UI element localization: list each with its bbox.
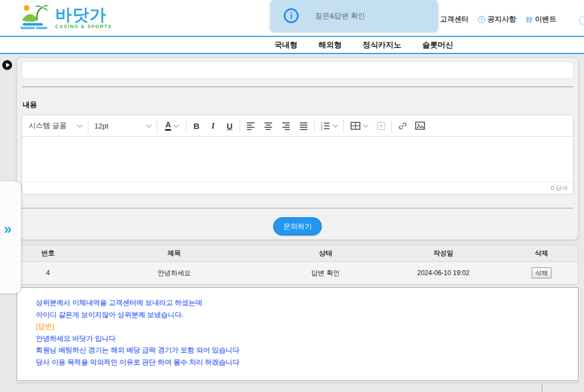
- row-title[interactable]: 안녕하세요: [79, 269, 269, 278]
- answer-line: 당사 이용 목적을 악의적인 이유로 판단 하여 몰수 처리 하겠습니다: [36, 357, 567, 369]
- message-thread-box: 상위분께서 이체내역을 고객센터에 보내라고 하셨는데 아이디 같은게 보이지않…: [17, 287, 578, 381]
- content-label: 내용: [23, 100, 37, 110]
- col-date: 작성일: [381, 249, 505, 258]
- editor-toolbar: 시스템 글꼴 12pt A B I U: [22, 115, 573, 137]
- qna-tooltip: i 질문&답변 확인: [270, 0, 438, 31]
- subnav-casino[interactable]: 정식카지노: [363, 40, 401, 50]
- font-family-select[interactable]: 시스템 글꼴: [24, 117, 86, 134]
- image-icon: [415, 121, 425, 130]
- chevron-down-icon: [173, 122, 179, 128]
- align-center-icon: [264, 121, 273, 130]
- col-title: 제목: [79, 249, 269, 258]
- nav-event[interactable]: 이벤트: [525, 14, 556, 24]
- align-justify-icon: [299, 121, 308, 130]
- row-status: 답변 확인: [269, 269, 381, 278]
- align-left-icon: [246, 121, 255, 130]
- sub-nav: 국내형 해외형 정식카지노 슬롯머신: [0, 37, 584, 54]
- delete-row-button-faint: [541, 384, 543, 392]
- title-input[interactable]: [22, 62, 574, 79]
- bold-button[interactable]: B: [188, 117, 205, 134]
- italic-button[interactable]: I: [205, 117, 221, 134]
- col-delete: 삭제: [505, 249, 578, 258]
- insert-link-button[interactable]: [394, 117, 411, 134]
- tooltip-text: 질문&답변 확인: [315, 11, 365, 21]
- insert-image-button[interactable]: [411, 117, 429, 134]
- submit-inquiry-button[interactable]: 문의하기: [273, 217, 322, 235]
- next-table-row-partial: [17, 384, 578, 392]
- info-circle-icon: i: [478, 16, 485, 23]
- svg-text:3: 3: [321, 127, 322, 131]
- inquiry-table: 번호 제목 상태 작성일 삭제 4 안녕하세요 답변 확인 2024-06-10…: [17, 244, 578, 284]
- answer-line: 회원님 배팅하신 경기는 해외 배당 급락 경기가 포함 되어 있습니다: [36, 345, 567, 357]
- nav-event-label: 이벤트: [535, 14, 556, 24]
- chevron-down-icon: [363, 122, 368, 128]
- subnav-slot[interactable]: 슬롯머신: [422, 40, 453, 50]
- nav-partial-icon: [579, 16, 584, 25]
- row-number: 4: [17, 269, 79, 277]
- align-right-icon: [282, 121, 290, 130]
- form-divider-bottom: [22, 208, 574, 208]
- next-row-divider: [17, 383, 578, 383]
- numbered-list-button[interactable]: 1 2 3: [316, 117, 342, 134]
- nav-notice-label: 공지사항: [487, 14, 516, 24]
- question-line: 아이디 같은게 보이지않아 상위분께 보냈습니다.: [36, 309, 567, 321]
- link-icon: [398, 121, 407, 131]
- chevron-down-icon: [146, 122, 152, 128]
- font-size-select[interactable]: 12pt: [90, 117, 155, 134]
- editor-body[interactable]: [22, 137, 573, 182]
- double-chevron-right-icon[interactable]: »: [4, 221, 12, 237]
- form-divider-top: [22, 87, 574, 87]
- table-row[interactable]: 4 안녕하세요 답변 확인 2024-06-10 19:02 삭제: [17, 262, 578, 284]
- insert-table-button[interactable]: [346, 117, 372, 134]
- align-right-button[interactable]: [277, 117, 295, 134]
- brand-tagline: CASINO & SPORTS: [55, 24, 112, 29]
- align-justify-button[interactable]: [295, 117, 312, 134]
- col-status: 상태: [269, 249, 381, 258]
- nav-customer-center-label: 고객센터: [440, 14, 469, 24]
- align-left-button[interactable]: [242, 117, 259, 134]
- table-icon: [351, 121, 360, 130]
- col-number: 번호: [17, 249, 79, 258]
- chevron-down-icon: [77, 122, 83, 128]
- row-date: 2024-06-10 19:02: [381, 269, 505, 277]
- inquiry-form-card: 내용 시스템 글꼴 12pt A B I U: [17, 57, 578, 240]
- subnav-overseas[interactable]: 해외형: [318, 40, 342, 50]
- editor-statusbar: 0 단어: [22, 182, 573, 194]
- word-count: 0 단어: [551, 185, 568, 191]
- beach-logo-icon: [20, 3, 53, 33]
- delete-table-button: [372, 117, 390, 134]
- play-icon: [6, 63, 10, 67]
- align-center-button[interactable]: [259, 117, 277, 134]
- delete-row-button[interactable]: 삭제: [532, 267, 551, 278]
- brand-logo[interactable]: 바닷가 CASINO & SPORTS: [20, 3, 112, 33]
- answer-line: 안녕하세요 바닷가 입니다: [36, 333, 567, 345]
- subnav-domestic[interactable]: 국내형: [274, 40, 298, 50]
- brand-name: 바닷가: [55, 7, 112, 23]
- nav-notice[interactable]: i 공지사항: [478, 14, 516, 24]
- play-button[interactable]: [2, 60, 12, 70]
- delete-table-icon: [377, 122, 385, 130]
- underline-button[interactable]: U: [221, 117, 238, 134]
- richtext-editor: 시스템 글꼴 12pt A B I U: [22, 115, 574, 195]
- table-header-row: 번호 제목 상태 작성일 삭제: [17, 245, 578, 262]
- side-panel-tab[interactable]: »: [0, 181, 21, 293]
- text-color-button[interactable]: A: [159, 117, 184, 134]
- chevron-down-icon: [333, 122, 338, 128]
- info-circle-icon: i: [284, 8, 299, 23]
- answer-tag: [답변]: [36, 321, 567, 333]
- gift-icon: [525, 16, 533, 23]
- question-line: 상위분께서 이체내역을 고객센터에 보내라고 하셨는데: [36, 297, 567, 309]
- numbered-list-icon: 1 2 3: [321, 121, 330, 130]
